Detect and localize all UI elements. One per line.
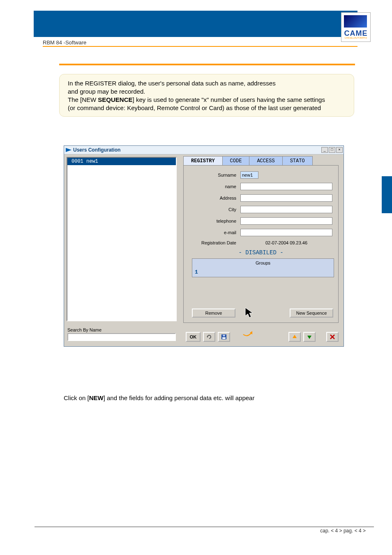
regdate-value: 02-07-2004 09.23.46 bbox=[240, 240, 332, 245]
doc-title: RBM 84 -Software bbox=[43, 39, 86, 46]
tab-access[interactable]: ACCESS bbox=[249, 156, 282, 166]
note-l2a: The [NEW bbox=[68, 96, 98, 103]
cursor-arrow-icon bbox=[242, 329, 256, 341]
name-label: name bbox=[184, 184, 240, 189]
address-input[interactable] bbox=[240, 194, 332, 202]
surname-label: Surname bbox=[184, 173, 240, 177]
caption-text: Click on [NEW] and the fields for adding… bbox=[64, 394, 254, 401]
users-config-window: Users Configuration _ □ × 0001 new1 Sear… bbox=[64, 145, 344, 347]
prev-button[interactable] bbox=[288, 332, 301, 342]
groups-header: Groups bbox=[192, 260, 334, 265]
down-arrow-icon bbox=[307, 334, 312, 340]
name-input[interactable] bbox=[240, 183, 332, 190]
regdate-label: Registration Date bbox=[184, 240, 240, 245]
side-tab bbox=[382, 176, 392, 213]
save-button[interactable] bbox=[218, 332, 230, 342]
groups-box[interactable]: Groups 1 bbox=[192, 258, 334, 277]
refresh-icon bbox=[206, 334, 212, 339]
window-title: Users Configuration bbox=[73, 147, 321, 153]
caption-b: NEW bbox=[89, 394, 104, 401]
note-l3: (or command device: Keyboard, Remote Con… bbox=[68, 104, 321, 111]
caption-c: ] and the fields for adding personal dat… bbox=[104, 394, 255, 401]
note-l1b: and group may be recorded. bbox=[68, 88, 145, 95]
ok-button[interactable]: OK bbox=[186, 332, 201, 342]
search-label: Search By Name bbox=[67, 327, 101, 332]
next-button[interactable] bbox=[303, 332, 316, 342]
note-l2c: ] key is used to generate "x" number of … bbox=[133, 96, 325, 103]
header-bar bbox=[34, 11, 357, 37]
search-input[interactable] bbox=[67, 333, 176, 341]
window-titlebar[interactable]: Users Configuration _ □ × bbox=[64, 146, 344, 154]
page-footer: cap. < 4 > pag. < 4 > bbox=[320, 528, 366, 534]
floppy-icon bbox=[221, 334, 227, 340]
note-box: In the REGISTER dialog, the user's perso… bbox=[59, 74, 354, 117]
svg-rect-1 bbox=[222, 337, 226, 339]
note-l1a: In the REGISTER dialog, the user's perso… bbox=[68, 80, 276, 87]
up-arrow-icon bbox=[292, 334, 297, 340]
minimize-icon[interactable]: _ bbox=[321, 147, 328, 153]
address-label: Address bbox=[184, 196, 240, 200]
city-input[interactable] bbox=[240, 206, 332, 213]
close-button[interactable] bbox=[326, 332, 339, 342]
maximize-icon[interactable]: □ bbox=[329, 147, 335, 153]
city-label: City bbox=[184, 207, 240, 212]
came-logo: CAME CANCELLIAUTOMATICI bbox=[341, 12, 371, 42]
telephone-input[interactable] bbox=[240, 217, 332, 225]
refresh-button[interactable] bbox=[203, 332, 215, 342]
surname-input[interactable] bbox=[240, 171, 258, 179]
remove-button[interactable]: Remove bbox=[192, 309, 235, 318]
tab-stato[interactable]: STATO bbox=[282, 156, 313, 166]
svg-rect-2 bbox=[223, 335, 225, 336]
disabled-status: - DISABILED - bbox=[184, 249, 338, 256]
cursor-icon bbox=[244, 307, 255, 320]
registry-panel: Surname name Address City telephone e-ma… bbox=[183, 165, 339, 323]
email-label: e-mail bbox=[184, 230, 240, 235]
new-sequence-button[interactable]: New Sequence bbox=[290, 309, 333, 318]
note-topline bbox=[59, 64, 355, 65]
logo-sub: CANCELLIAUTOMATICI bbox=[341, 37, 370, 39]
x-icon bbox=[330, 334, 335, 340]
title-underline bbox=[43, 46, 357, 47]
tab-registry[interactable]: REGISTRY bbox=[183, 156, 223, 166]
groups-number: 1 bbox=[195, 269, 198, 275]
tab-code[interactable]: CODE bbox=[222, 156, 250, 166]
email-input[interactable] bbox=[240, 229, 332, 236]
list-item-selected[interactable]: 0001 new1 bbox=[67, 158, 176, 165]
title-arrow-icon bbox=[66, 148, 71, 152]
caption-a: Click on [ bbox=[64, 394, 89, 401]
telephone-label: telephone bbox=[184, 219, 240, 223]
note-l2b: SEQUENCE bbox=[98, 96, 132, 103]
users-list[interactable]: 0001 new1 bbox=[67, 157, 177, 321]
close-icon[interactable]: × bbox=[336, 147, 343, 153]
